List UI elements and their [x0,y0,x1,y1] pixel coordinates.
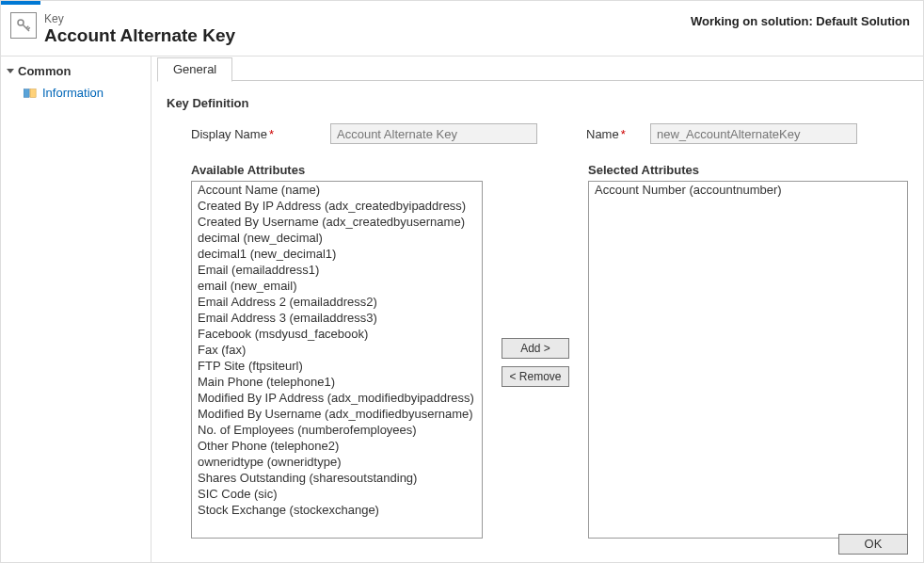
remove-button[interactable]: < Remove [502,366,569,387]
list-item[interactable]: Account Number (accountnumber) [589,182,907,198]
required-asterisk: * [621,127,626,141]
sidebar-item-label: Information [42,86,104,100]
list-item[interactable]: Other Phone (telephone2) [192,438,482,454]
caret-down-icon [7,69,14,73]
available-attributes-list[interactable]: Account Name (name)Created By IP Address… [191,181,483,539]
ok-button[interactable]: OK [838,534,908,555]
header-kicker: Key [44,12,691,25]
sidebar-item-information[interactable]: Information [1,84,151,102]
svg-rect-2 [30,88,36,97]
list-item[interactable]: Shares Outstanding (sharesoutstanding) [192,470,482,486]
list-item[interactable]: No. of Employees (numberofemployees) [192,422,482,438]
list-item[interactable]: Fax (fax) [192,342,482,358]
list-item[interactable]: Created By IP Address (adx_createdbyipad… [192,198,482,214]
list-item[interactable]: Stock Exchange (stockexchange) [192,502,482,518]
list-item[interactable]: owneridtype (owneridtype) [192,454,482,470]
available-attributes-label: Available Attributes [191,163,483,177]
key-icon [10,12,37,39]
list-item[interactable]: Account Name (name) [192,182,482,198]
section-title: Key Definition [167,96,908,110]
list-item[interactable]: Modified By Username (adx_modifiedbyuser… [192,406,482,422]
sidebar: Common Information [1,56,151,562]
selected-attributes-list[interactable]: Account Number (accountnumber) [588,181,908,539]
display-name-label: Display Name* [191,127,323,141]
solution-label: Working on solution: Default Solution [691,12,914,28]
list-item[interactable]: Created By Username (adx_createdbyuserna… [192,214,482,230]
svg-rect-1 [24,88,29,97]
svg-point-0 [18,20,24,25]
information-icon [24,88,37,99]
display-name-input[interactable] [330,123,537,144]
list-item[interactable]: Email (emailaddress1) [192,262,482,278]
list-item[interactable]: FTP Site (ftpsiteurl) [192,358,482,374]
list-item[interactable]: Email Address 3 (emailaddress3) [192,310,482,326]
page-title: Account Alternate Key [44,25,691,46]
sidebar-group-label: Common [18,64,71,78]
list-item[interactable]: email (new_email) [192,278,482,294]
selected-attributes-label: Selected Attributes [588,163,908,177]
list-item[interactable]: decimal1 (new_decimal1) [192,246,482,262]
list-item[interactable]: Main Phone (telephone1) [192,374,482,390]
name-label: Name* [586,127,643,141]
list-item[interactable]: SIC Code (sic) [192,486,482,502]
sidebar-group-common[interactable]: Common [1,62,151,84]
name-input[interactable] [650,123,857,144]
loading-bar [1,1,923,5]
list-item[interactable]: Facebook (msdyusd_facebook) [192,326,482,342]
loading-bar-fill [1,1,40,5]
list-item[interactable]: decimal (new_decimal) [192,230,482,246]
list-item[interactable]: Email Address 2 (emailaddress2) [192,294,482,310]
required-asterisk: * [269,127,274,141]
tab-strip: General [151,56,923,81]
list-item[interactable]: Modified By IP Address (adx_modifiedbyip… [192,390,482,406]
add-button[interactable]: Add > [502,338,569,359]
tab-general[interactable]: General [157,57,232,82]
